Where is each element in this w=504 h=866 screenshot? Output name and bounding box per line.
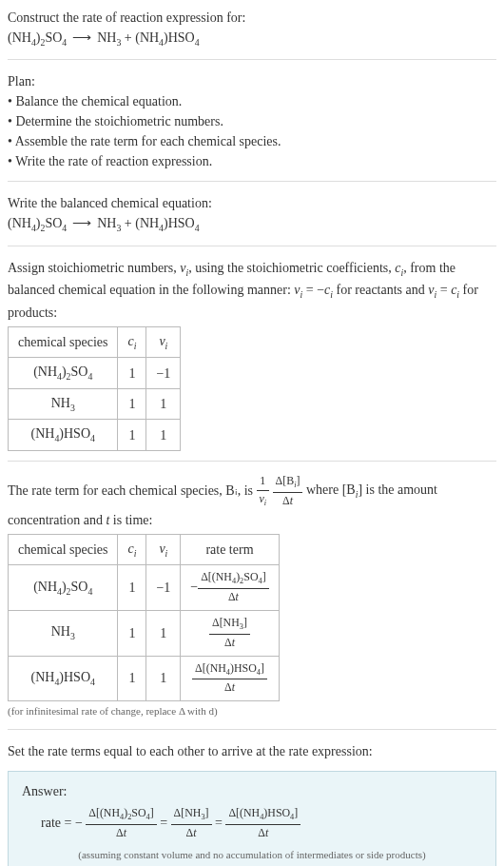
rate-term-cell: Δ[NH3]Δt (181, 610, 279, 656)
unbalanced-equation: (NH4)2SO4⟶NH3 + (NH4)HSO4 (8, 28, 496, 49)
rate-prefix: rate = − (41, 815, 83, 829)
answer-box: Answer: rate = − Δ[(NH4)2SO4]Δt = Δ[NH3]… (8, 771, 496, 866)
rate-term-table: chemical species ci νi rate term (NH4)2S… (8, 534, 280, 702)
ci-cell: 1 (118, 358, 146, 388)
rate-intro-a: The rate term for each chemical species,… (8, 482, 257, 497)
vi-cell: −1 (146, 358, 181, 388)
vi-cell: 1 (146, 388, 181, 419)
vi-cell: 1 (146, 420, 181, 450)
balanced-intro: Write the balanced chemical equation: (8, 193, 496, 213)
table-row: NH3 1 1 (9, 388, 181, 419)
vi-cell: 1 (146, 656, 181, 701)
col-vi: νi (146, 534, 181, 564)
rate-term-cell: −Δ[(NH4)2SO4]Δt (181, 565, 279, 611)
stoich-intro: Assign stoichiometric numbers, νi, using… (8, 258, 496, 323)
set-equal-text: Set the rate terms equal to each other t… (8, 741, 496, 761)
table-row: (NH4)HSO4 1 1 Δ[(NH4)HSO4]Δt (9, 656, 280, 701)
eq-sign: = (215, 815, 225, 829)
ci-cell: 1 (118, 388, 146, 419)
col-rate-term: rate term (181, 534, 279, 564)
answer-note: (assuming constant volume and no accumul… (22, 847, 482, 863)
rate-frac-1: 1 νi (257, 473, 270, 510)
rate-term-cell: Δ[(NH4)HSO4]Δt (181, 656, 279, 701)
plan-title: Plan: (8, 71, 496, 91)
table-row: NH3 1 1 Δ[NH3]Δt (9, 610, 280, 656)
stoich-section: Assign stoichiometric numbers, νi, using… (8, 258, 496, 462)
species-cell: (NH4)HSO4 (9, 656, 118, 701)
species-cell: NH3 (9, 610, 118, 656)
answer-label: Answer: (22, 781, 482, 801)
ci-cell: 1 (118, 610, 146, 656)
table-header-row: chemical species ci νi rate term (9, 534, 280, 564)
balanced-section: Write the balanced chemical equation: (N… (8, 193, 496, 246)
table-header-row: chemical species ci νi (9, 326, 181, 357)
stoich-table: chemical species ci νi (NH4)2SO4 1 −1 NH… (8, 326, 181, 451)
vi-cell: 1 (146, 610, 181, 656)
intro-section: Construct the rate of reaction expressio… (8, 8, 496, 60)
col-species: chemical species (9, 534, 118, 564)
species-cell: (NH4)HSO4 (9, 420, 118, 450)
table-row: (NH4)2SO4 1 −1 (9, 358, 181, 388)
infinitesimal-note: (for infinitesimal rate of change, repla… (8, 703, 496, 719)
species-cell: (NH4)2SO4 (9, 565, 118, 611)
ci-cell: 1 (118, 565, 146, 611)
answer-expression: rate = − Δ[(NH4)2SO4]Δt = Δ[NH3]Δt = Δ[(… (22, 805, 482, 842)
table-row: (NH4)2SO4 1 −1 −Δ[(NH4)2SO4]Δt (9, 565, 280, 611)
plan-item: • Determine the stoichiometric numbers. (8, 111, 496, 131)
rate-term-intro: The rate term for each chemical species,… (8, 473, 496, 530)
vi-cell: −1 (146, 565, 181, 611)
rate-frac-2: Δ[Bi] Δt (273, 473, 303, 510)
col-vi: νi (146, 326, 181, 357)
plan-section: Plan: • Balance the chemical equation. •… (8, 71, 496, 182)
rate-term-section: The rate term for each chemical species,… (8, 473, 496, 730)
ci-cell: 1 (118, 420, 146, 450)
plan-item: • Write the rate of reaction expression. (8, 151, 496, 171)
plan-item: • Balance the chemical equation. (8, 91, 496, 111)
col-species: chemical species (9, 326, 118, 357)
plan-item: • Assemble the rate term for each chemic… (8, 131, 496, 151)
eq-sign: = (160, 815, 170, 829)
ci-cell: 1 (118, 656, 146, 701)
balanced-equation: (NH4)2SO4⟶NH3 + (NH4)HSO4 (8, 213, 496, 235)
table-row: (NH4)HSO4 1 1 (9, 420, 181, 450)
set-equal-section: Set the rate terms equal to each other t… (8, 741, 496, 765)
species-cell: (NH4)2SO4 (9, 358, 118, 388)
intro-text: Construct the rate of reaction expressio… (8, 8, 496, 28)
col-ci: ci (118, 326, 146, 357)
col-ci: ci (118, 534, 146, 564)
species-cell: NH3 (9, 388, 118, 419)
